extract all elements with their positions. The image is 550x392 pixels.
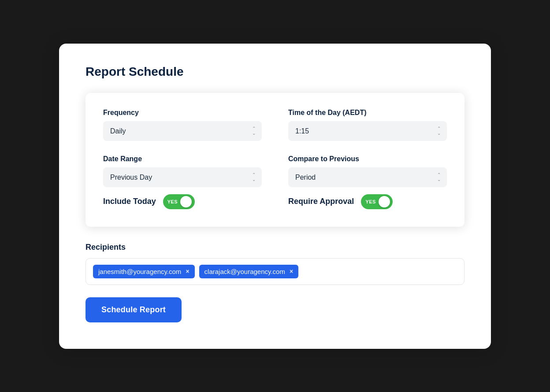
time-of-day-select[interactable]: 1:15 2:00 6:00 12:00 — [288, 121, 447, 141]
toggles-row: Include Today YES Require Approval YES — [103, 191, 447, 209]
page-title: Report Schedule — [85, 65, 465, 79]
include-today-row: Include Today YES — [103, 194, 262, 209]
date-range-select[interactable]: Previous Day Previous Week Previous Mont… — [103, 167, 262, 187]
require-approval-row: Require Approval YES — [288, 194, 447, 209]
require-approval-knob — [379, 196, 390, 207]
include-today-knob — [180, 196, 192, 207]
recipient-email-2: clarajack@youragency.com — [204, 268, 285, 275]
recipient-remove-2[interactable]: × — [290, 268, 293, 275]
time-of-day-label: Time of the Day (AEDT) — [288, 109, 447, 117]
compare-to-previous-select[interactable]: Period Year Month — [288, 167, 447, 187]
include-today-label: Include Today — [103, 197, 156, 206]
recipient-remove-1[interactable]: × — [186, 268, 189, 275]
frequency-label: Frequency — [103, 109, 262, 117]
recipient-email-1: janesmith@youragency.com — [98, 268, 181, 275]
recipients-box[interactable]: janesmith@youragency.com × clarajack@you… — [85, 258, 465, 285]
recipient-tag: janesmith@youragency.com × — [93, 265, 195, 278]
outer-card: Report Schedule Frequency Daily Weekly M… — [59, 44, 491, 349]
compare-to-previous-select-wrapper: Period Year Month — [288, 167, 447, 187]
form-grid: Frequency Daily Weekly Monthly Time of t… — [103, 109, 447, 187]
frequency-select[interactable]: Daily Weekly Monthly — [103, 121, 262, 141]
date-range-label: Date Range — [103, 155, 262, 163]
recipients-label: Recipients — [85, 243, 465, 252]
schedule-report-button[interactable]: Schedule Report — [85, 297, 182, 322]
date-range-select-wrapper: Previous Day Previous Week Previous Mont… — [103, 167, 262, 187]
include-today-yes-text: YES — [167, 199, 178, 204]
require-approval-label: Require Approval — [288, 197, 354, 206]
recipient-tag: clarajack@youragency.com × — [199, 265, 299, 278]
recipients-section: Recipients janesmith@youragency.com × cl… — [85, 243, 465, 285]
include-today-toggle[interactable]: YES — [163, 194, 195, 209]
time-of-day-select-wrapper: 1:15 2:00 6:00 12:00 — [288, 121, 447, 141]
compare-to-previous-group: Compare to Previous Period Year Month — [288, 155, 447, 187]
time-of-day-group: Time of the Day (AEDT) 1:15 2:00 6:00 12… — [288, 109, 447, 141]
frequency-group: Frequency Daily Weekly Monthly — [103, 109, 262, 141]
compare-to-previous-label: Compare to Previous — [288, 155, 447, 163]
schedule-form-card: Frequency Daily Weekly Monthly Time of t… — [85, 93, 465, 227]
date-range-group: Date Range Previous Day Previous Week Pr… — [103, 155, 262, 187]
require-approval-yes-text: YES — [365, 199, 376, 204]
require-approval-toggle[interactable]: YES — [361, 194, 393, 209]
frequency-select-wrapper: Daily Weekly Monthly — [103, 121, 262, 141]
